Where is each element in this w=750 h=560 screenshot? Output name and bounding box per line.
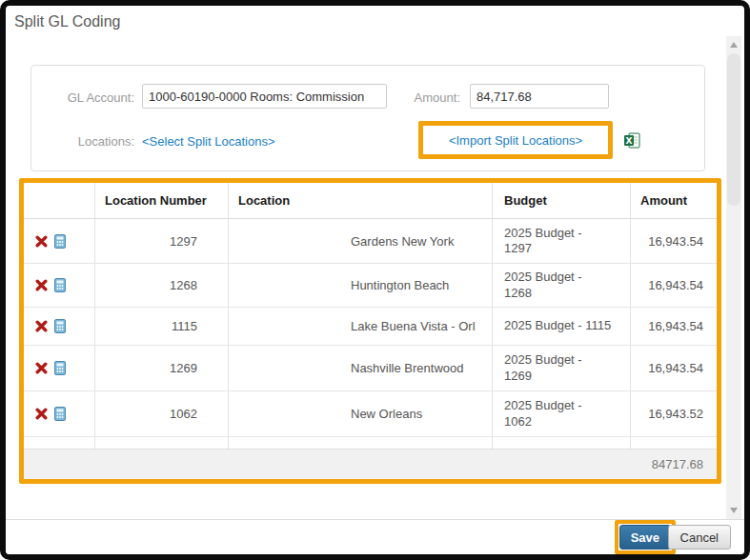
table-row: 1268 Huntington Beach 2025 Budget - 1268… (24, 264, 717, 308)
page-title: Split GL Coding (14, 13, 120, 30)
scroll-up-arrow-icon[interactable] (730, 42, 738, 48)
screenshot-frame: Split GL Coding GL Account: Amount: Loca… (0, 0, 750, 560)
cell-budget: 2025 Budget - 1269 (493, 346, 631, 390)
import-split-highlight-box: <Import Split Locations> (418, 121, 613, 159)
split-table-highlight-box: Location Number Location Budget Amount 1… (19, 178, 721, 484)
table-header-row: Location Number Location Budget Amount (24, 183, 717, 219)
table-filler-row (24, 437, 717, 449)
amount-label: Amount: (375, 90, 460, 105)
cell-amount: 16,943.54 (631, 219, 717, 263)
header-amount: Amount (631, 183, 717, 218)
cell-location-number: 1297 (95, 219, 229, 263)
calculator-icon[interactable] (54, 319, 66, 333)
locations-label: Locations: (31, 134, 134, 149)
cell-location: Gardens New York (229, 219, 493, 263)
scrollbar-thumb[interactable] (727, 53, 740, 206)
gl-account-field[interactable] (142, 84, 387, 109)
cell-location-number: 1268 (95, 264, 229, 307)
header-location: Location (229, 183, 493, 218)
gl-account-label: GL Account: (31, 90, 134, 105)
header-budget: Budget (493, 183, 631, 218)
cell-location: Huntington Beach (229, 264, 493, 307)
cell-location: Lake Buena Vista - Orl (229, 308, 493, 345)
select-split-locations-link[interactable]: <Select Split Locations> (142, 134, 274, 149)
excel-export-icon[interactable]: X (624, 132, 640, 149)
amount-field[interactable] (470, 84, 609, 109)
cell-budget: 2025 Budget - 1062 (493, 391, 631, 436)
split-gl-coding-dialog: Split GL Coding GL Account: Amount: Loca… (6, 6, 744, 554)
cell-budget: 2025 Budget - 1268 (493, 264, 631, 307)
table-row: 1115 Lake Buena Vista - Orl 2025 Budget … (24, 308, 717, 346)
save-highlight-box: Save (615, 520, 676, 554)
dialog-footer: Save Cancel (6, 519, 744, 554)
calculator-icon[interactable] (54, 234, 66, 249)
header-location-number: Location Number (95, 183, 229, 218)
split-total-value: 84717.68 (652, 457, 703, 471)
cell-location-number: 1115 (95, 308, 229, 345)
cell-budget: 2025 Budget - 1115 (493, 308, 631, 345)
header-actions (24, 183, 95, 218)
cell-budget: 2025 Budget - 1297 (493, 219, 631, 263)
svg-text:X: X (626, 136, 633, 146)
scroll-down-arrow-icon[interactable] (730, 508, 738, 513)
cell-location: New Orleans (229, 391, 493, 436)
delete-row-icon[interactable] (35, 279, 48, 291)
cell-amount: 16,943.52 (631, 391, 717, 436)
gl-split-form-panel: GL Account: Amount: Locations: <Select S… (30, 65, 705, 171)
calculator-icon[interactable] (54, 361, 66, 375)
delete-row-icon[interactable] (35, 362, 48, 374)
table-row: 1062 New Orleans 2025 Budget - 1062 16,9… (24, 391, 717, 437)
table-total-row: 84717.68 (24, 449, 717, 479)
split-locations-table: Location Number Location Budget Amount 1… (24, 183, 717, 479)
vertical-scrollbar[interactable] (726, 36, 741, 519)
cell-amount: 16,943.54 (631, 346, 717, 390)
cell-location-number: 1269 (95, 346, 229, 390)
cell-location-number: 1062 (95, 391, 229, 436)
table-row: 1297 Gardens New York 2025 Budget - 1297… (24, 219, 717, 264)
cell-location: Nashville Brentwood (229, 346, 493, 390)
cell-amount: 16,943.54 (631, 264, 717, 307)
cancel-button[interactable]: Cancel (668, 525, 731, 550)
delete-row-icon[interactable] (35, 408, 48, 420)
table-row: 1269 Nashville Brentwood 2025 Budget - 1… (24, 346, 717, 391)
calculator-icon[interactable] (54, 407, 66, 421)
save-button[interactable]: Save (619, 525, 671, 550)
import-split-locations-link[interactable]: <Import Split Locations> (449, 133, 582, 148)
calculator-icon[interactable] (54, 278, 66, 292)
delete-row-icon[interactable] (35, 320, 48, 332)
delete-row-icon[interactable] (35, 235, 48, 248)
cell-amount: 16,943.54 (631, 308, 717, 345)
